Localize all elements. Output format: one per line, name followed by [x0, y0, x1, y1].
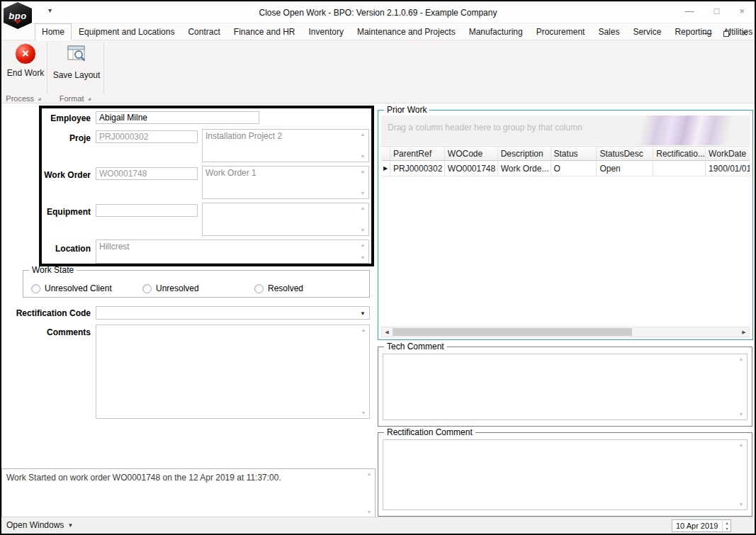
- comments-textarea[interactable]: [96, 325, 369, 418]
- minimize-icon[interactable]: —: [685, 6, 694, 16]
- tab-procurement[interactable]: Procurement: [530, 24, 592, 40]
- work-status-message-box: Work Started on work order WO0001748 on …: [1, 468, 376, 518]
- end-work-label: End Work: [7, 68, 44, 78]
- save-layout-icon: [66, 43, 87, 67]
- equipment-label: Equipment: [1, 207, 91, 217]
- comments-field: ▲ ▼: [96, 325, 370, 419]
- radio-unresolved[interactable]: Unresolved: [142, 283, 199, 293]
- scroll-up-icon[interactable]: ▲: [359, 169, 367, 174]
- cell-description: Work Orde...: [498, 162, 551, 176]
- cell-workdate: 1900/01/01: [706, 162, 750, 176]
- ribbon: [1, 40, 755, 94]
- spin-up-icon[interactable]: ▲: [723, 520, 731, 526]
- tech-comment-textarea[interactable]: [383, 354, 747, 419]
- scroll-down-icon[interactable]: ▼: [359, 255, 367, 261]
- open-windows-label: Open Windows: [6, 520, 64, 530]
- tab-service[interactable]: Service: [626, 24, 667, 40]
- tab-equipment-and-locations[interactable]: Equipment and Locations: [72, 24, 181, 40]
- scroll-up-icon[interactable]: ▲: [365, 471, 373, 477]
- work-order-code-input[interactable]: [96, 167, 198, 180]
- scroll-right-icon[interactable]: ▶: [739, 327, 749, 337]
- title-bar: bpo ▾ Close Open Work - BPO: Version 2.1…: [1, 1, 755, 23]
- equipment-code-input[interactable]: [96, 204, 198, 217]
- tab-sales[interactable]: Sales: [592, 24, 626, 40]
- ribbon-group-format: Format ◢: [48, 94, 102, 103]
- logo-text: bpo: [9, 11, 26, 21]
- scroll-down-icon[interactable]: ▼: [737, 412, 745, 417]
- process-dialog-launcher-icon[interactable]: ◢: [38, 96, 41, 101]
- equipment-description-textarea[interactable]: [203, 203, 368, 235]
- rectification-comment-textarea[interactable]: [383, 440, 747, 509]
- column-header-workdate[interactable]: WorkDate: [706, 147, 750, 160]
- scroll-up-icon[interactable]: ▲: [737, 442, 745, 448]
- column-header-statusdesc[interactable]: StatusDesc: [597, 147, 653, 160]
- tab-contract[interactable]: Contract: [181, 24, 226, 40]
- scroll-up-icon[interactable]: ▲: [359, 327, 368, 333]
- scroll-up-icon[interactable]: ▲: [359, 132, 367, 137]
- rectification-comment-caption: Rectification Comment: [384, 427, 475, 437]
- project-label: Proje: [1, 133, 91, 143]
- date-picker[interactable]: 10 Apr 2019 ▲ ▼: [672, 519, 731, 532]
- location-textarea[interactable]: Hillcrest: [96, 240, 368, 263]
- employee-input[interactable]: [96, 111, 259, 124]
- project-code-input[interactable]: [96, 130, 198, 143]
- scroll-down-icon[interactable]: ▼: [359, 154, 367, 159]
- horizontal-scrollbar[interactable]: ◀ ▶: [381, 327, 750, 337]
- column-header-description[interactable]: Description: [498, 147, 551, 160]
- tab-finance-and-hr[interactable]: Finance and HR: [227, 24, 302, 40]
- radio-resolved[interactable]: Resolved: [254, 283, 303, 293]
- tab-manufacturing[interactable]: Manufacturing: [463, 24, 529, 40]
- tab-inventory[interactable]: Inventory: [303, 24, 350, 40]
- column-header-rectification[interactable]: Rectificatio...: [653, 147, 706, 160]
- prior-work-caption: Prior Work: [384, 105, 429, 115]
- column-header-status[interactable]: Status: [551, 147, 597, 160]
- work-state-caption: Work State: [29, 265, 77, 275]
- radio-icon: [142, 284, 152, 293]
- column-header-wocode[interactable]: WOCode: [445, 147, 498, 160]
- maximize-icon[interactable]: □: [714, 6, 720, 16]
- rectification-code-label: Rectification Code: [1, 308, 91, 318]
- scroll-down-icon[interactable]: ▼: [737, 502, 745, 507]
- process-group-label: Process: [6, 94, 34, 103]
- scroll-up-icon[interactable]: ▲: [737, 356, 745, 362]
- grid-header-row: ParentRef WOCode Description Status Stat…: [381, 146, 750, 161]
- equipment-description-field: ▲ ▼: [202, 203, 369, 236]
- spin-down-icon[interactable]: ▼: [723, 526, 731, 531]
- scrollbar-thumb[interactable]: [393, 328, 632, 336]
- mdi-window-controls: — ×: [704, 28, 747, 39]
- scroll-down-icon[interactable]: ▼: [365, 509, 373, 515]
- scroll-down-icon[interactable]: ▼: [359, 227, 367, 233]
- mdi-close-icon[interactable]: ×: [742, 28, 747, 39]
- tech-comment-caption: Tech Comment: [384, 342, 447, 351]
- mdi-minimize-icon[interactable]: —: [704, 28, 712, 38]
- close-icon[interactable]: ×: [739, 6, 745, 16]
- work-order-description-field: Work Order 1 ▲ ▼: [202, 166, 369, 199]
- rectification-code-dropdown[interactable]: ▼: [96, 306, 370, 320]
- scroll-left-icon[interactable]: ◀: [382, 327, 392, 337]
- grid-data-row[interactable]: ▶ PRJ0000302 WO0001748 Work Orde... O Op…: [381, 162, 750, 176]
- cell-rectification: [653, 162, 706, 176]
- format-dialog-launcher-icon[interactable]: ◢: [88, 96, 91, 101]
- comments-label: Comments: [1, 327, 91, 337]
- radio-icon: [31, 284, 40, 293]
- scroll-up-icon[interactable]: ▲: [359, 242, 367, 248]
- tab-maintenance-and-projects[interactable]: Maintenance and Projects: [351, 24, 462, 40]
- open-windows-button[interactable]: Open Windows ▼: [6, 520, 73, 530]
- cell-status: O: [551, 162, 597, 176]
- cell-wocode: WO0001748: [445, 162, 498, 176]
- column-header-parentref[interactable]: ParentRef: [390, 147, 445, 160]
- end-work-icon: ×: [15, 43, 36, 64]
- radio-unresolved-client[interactable]: Unresolved Client: [31, 283, 112, 293]
- work-order-description-textarea[interactable]: Work Order 1: [203, 167, 368, 198]
- scroll-down-icon[interactable]: ▼: [359, 410, 368, 416]
- scroll-down-icon[interactable]: ▼: [359, 191, 367, 196]
- format-group-label: Format: [60, 94, 84, 103]
- mdi-restore-icon[interactable]: [723, 30, 730, 37]
- end-work-button[interactable]: × End Work: [5, 43, 46, 90]
- scroll-up-icon[interactable]: ▲: [359, 205, 367, 211]
- project-description-textarea[interactable]: Installation Project 2: [203, 130, 368, 162]
- tech-comment-field: ▲ ▼: [383, 354, 747, 420]
- group-by-panel[interactable]: Drag a column header here to group by th…: [381, 116, 750, 145]
- save-layout-button[interactable]: Save Layout: [52, 43, 101, 90]
- tab-home[interactable]: Home: [35, 23, 72, 40]
